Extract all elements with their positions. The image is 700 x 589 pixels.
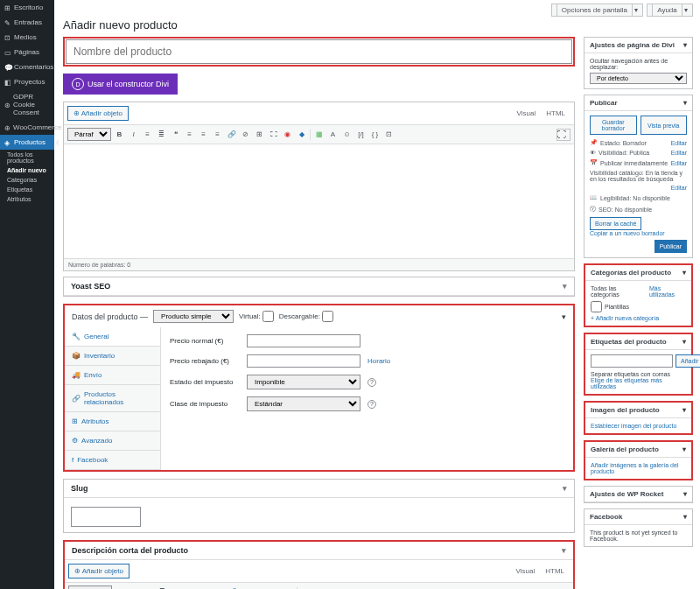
sidebar-sub-add-new[interactable]: Añadir nuevo <box>0 165 54 175</box>
save-draft-button[interactable]: Guardar borrador <box>590 116 637 135</box>
fullscreen-icon[interactable]: ⛶ <box>268 129 279 140</box>
screen-options-toggle[interactable]: Opciones de pantalla ▾ <box>551 4 643 17</box>
align-center-icon[interactable]: ≡ <box>198 129 209 140</box>
expand-editor-icon[interactable]: ⛶ <box>556 129 570 141</box>
copy-draft-link[interactable]: Copiar a un nuevo borrador <box>590 230 665 236</box>
chevron-down-icon[interactable]: ▾ <box>683 41 687 49</box>
sidebar-sub-tags[interactable]: Etiquetas <box>0 185 54 194</box>
editor-body[interactable] <box>64 144 574 258</box>
comment-icon: 💬 <box>4 64 11 71</box>
sidebar-item-gdpr[interactable]: ⊛GDPR Cookie Consent <box>0 89 54 120</box>
unlink-icon[interactable]: ⊘ <box>240 129 251 140</box>
link-icon[interactable]: 🔗 <box>226 129 237 140</box>
tab-advanced[interactable]: ⚙ Avanzado <box>65 431 160 451</box>
schedule-link[interactable]: Horario <box>368 357 390 365</box>
table-icon[interactable]: ▦ <box>313 129 325 140</box>
list-ul-icon[interactable]: ≡ <box>142 129 153 140</box>
chevron-down-icon[interactable]: ▾ <box>683 490 687 498</box>
special2-icon[interactable]: ◆ <box>296 129 307 140</box>
format-select-short[interactable]: Párrafo <box>68 585 112 589</box>
chevron-down-icon[interactable]: ▾ <box>683 513 687 521</box>
add-tag-button[interactable]: Añadir <box>676 354 700 368</box>
help-toggle[interactable]: Ayuda ▾ <box>647 4 693 17</box>
tab-inventory[interactable]: 📦 Inventario <box>65 347 160 366</box>
quote-icon[interactable]: ❝ <box>170 129 181 140</box>
sidebar-item-posts[interactable]: ✎Entradas <box>0 15 54 30</box>
virtual-checkbox[interactable]: Virtual: <box>239 311 274 322</box>
regular-price-input[interactable] <box>247 334 360 347</box>
edit-catalog-link[interactable]: Editar <box>671 185 687 191</box>
more-icon[interactable]: ⊞ <box>254 129 265 140</box>
tab-facebook[interactable]: f Facebook <box>65 451 160 470</box>
edit-visibility-link[interactable]: Editar <box>671 150 687 156</box>
align-right-icon[interactable]: ≡ <box>212 129 223 140</box>
sidebar-item-media[interactable]: ⊡Medios <box>0 30 54 45</box>
special1-icon[interactable]: ◉ <box>282 129 293 140</box>
cat-tab-used[interactable]: Más utilizadas <box>649 285 686 298</box>
add-media-button-short[interactable]: ⊕ Añadir objeto <box>68 564 130 578</box>
set-image-link[interactable]: Establecer imagen del producto <box>591 423 676 429</box>
sidebar-item-pages[interactable]: ▭Páginas <box>0 45 54 60</box>
sidebar-item-comments[interactable]: 💬Comentarios <box>0 60 54 74</box>
chevron-down-icon[interactable]: ▾ <box>562 546 566 555</box>
sidebar-sub-attributes[interactable]: Atributos <box>0 194 54 204</box>
code-icon[interactable]: { } <box>369 129 381 140</box>
publish-button[interactable]: Publicar <box>654 240 687 253</box>
chevron-down-icon[interactable]: ▾ <box>563 484 567 493</box>
tab-linked[interactable]: 🔗 Productos relacionados <box>65 385 160 412</box>
toggle-icon[interactable]: ⊡ <box>383 129 395 140</box>
product-type-select[interactable]: Producto simple <box>153 310 234 323</box>
add-category-link[interactable]: + Añadir nueva categoría <box>591 315 659 321</box>
tag-input[interactable] <box>591 354 673 368</box>
shortcode-icon[interactable]: [/] <box>355 129 367 140</box>
tab-general[interactable]: 🔧 General <box>65 327 160 347</box>
sidebar-item-projects[interactable]: ◧Proyectos <box>0 74 54 89</box>
preview-button[interactable]: Vista previa <box>640 116 688 135</box>
list-ol-icon[interactable]: ≣ <box>156 129 167 140</box>
chevron-down-icon[interactable]: ▾ <box>562 312 566 321</box>
tab-attributes[interactable]: ⊞ Atributos <box>65 412 160 431</box>
sidebar-sub-all[interactable]: Todos los productos <box>0 150 54 165</box>
sale-price-input[interactable] <box>247 354 360 368</box>
editor-tab-visual[interactable]: Visual <box>512 107 542 120</box>
eye-icon: 👁 <box>590 150 596 156</box>
chevron-down-icon[interactable]: ▾ <box>683 99 687 107</box>
text-color-icon[interactable]: A <box>327 129 339 140</box>
edit-date-link[interactable]: Editar <box>671 160 687 166</box>
chevron-down-icon[interactable]: ▾ <box>682 338 686 346</box>
sidebar-item-dashboard[interactable]: ⊞Escritorio <box>0 0 54 15</box>
product-gallery-box: Galería del producto▾ Añadir imágenes a … <box>584 440 693 480</box>
clear-cache-button[interactable]: Borrar la caché <box>590 217 641 230</box>
bold-icon[interactable]: B <box>114 129 125 140</box>
slug-input[interactable] <box>71 507 141 527</box>
sidebar-item-woocommerce[interactable]: ⊕WooCommerce <box>0 120 54 135</box>
emoji-icon[interactable]: ☺ <box>341 129 353 140</box>
choose-tags-link[interactable]: Elige de las etiquetas más utilizadas <box>591 377 662 389</box>
category-checkbox[interactable]: Plantillas <box>591 301 686 312</box>
editor-tab-html-short[interactable]: HTML <box>540 564 570 578</box>
chevron-down-icon[interactable]: ▾ <box>682 445 686 453</box>
add-media-button[interactable]: ⊕ Añadir objeto <box>67 106 129 121</box>
chevron-down-icon[interactable]: ▾ <box>682 269 686 277</box>
italic-icon[interactable]: I <box>128 129 139 140</box>
editor-tab-visual-short[interactable]: Visual <box>511 564 541 578</box>
product-title-input[interactable] <box>66 39 572 64</box>
cat-tab-all[interactable]: Todas las categorías <box>591 285 644 298</box>
edit-status-link[interactable]: Editar <box>671 140 687 146</box>
editor-tab-html[interactable]: HTML <box>541 107 570 120</box>
format-select[interactable]: Párrafo <box>67 128 111 141</box>
chevron-down-icon[interactable]: ▾ <box>682 406 686 414</box>
add-gallery-link[interactable]: Añadir imágenes a la galería del product… <box>591 462 678 474</box>
tax-class-select[interactable]: Estándar <box>247 396 360 411</box>
tax-status-select[interactable]: Imponible <box>247 375 360 389</box>
downloadable-checkbox[interactable]: Descargable: <box>279 311 333 322</box>
help-icon[interactable]: ? <box>368 400 376 409</box>
divi-nav-select[interactable]: Por defecto <box>590 73 687 84</box>
divi-builder-button[interactable]: Usar el constructor Divi <box>63 74 178 95</box>
help-icon[interactable]: ? <box>368 378 376 387</box>
chevron-down-icon[interactable]: ▾ <box>563 282 567 291</box>
tab-shipping[interactable]: 🚚 Envío <box>65 366 160 385</box>
sidebar-item-products[interactable]: ◈Productos <box>0 135 54 150</box>
sidebar-sub-categories[interactable]: Categorías <box>0 175 54 185</box>
align-left-icon[interactable]: ≡ <box>184 129 195 140</box>
